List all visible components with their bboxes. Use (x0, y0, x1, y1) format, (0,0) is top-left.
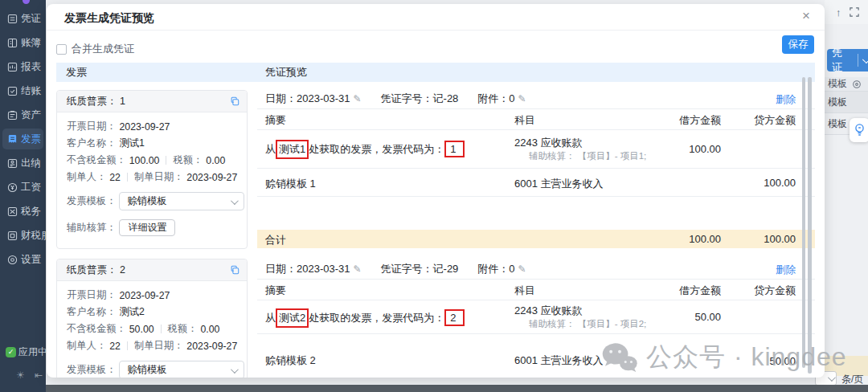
selected-template: 赊销模板 (127, 363, 166, 377)
chevron-down-icon (231, 197, 239, 205)
save-button[interactable]: 保存 (782, 35, 814, 54)
date-label: 日期： (265, 262, 297, 276)
sidebar-item-payroll[interactable]: 工资 (0, 175, 46, 199)
field-label: 发票模板： (67, 363, 116, 377)
aux-accounting-row: 辅助核算： 详细设置 (67, 219, 175, 236)
generate-voucher-button[interactable]: 凭证 (827, 49, 868, 71)
gear-icon[interactable] (852, 80, 862, 89)
voucher-entry-row[interactable]: 赊销模板 1 6001 主营业务收入 100.00 (257, 169, 815, 197)
sidebar-item-ledger[interactable]: 账簿 (0, 31, 46, 55)
sidebar-item-label: 账簿 (21, 36, 41, 50)
delete-voucher-link[interactable]: 删除 (776, 93, 796, 107)
report-icon (7, 62, 18, 72)
invoice-card-header: 纸质普票： 2 (57, 259, 247, 281)
section-header-bar: 发票 凭证预览 (56, 63, 815, 82)
credit-column-header: 贷方金额 (754, 113, 796, 128)
detail-settings-button[interactable]: 详细设置 (119, 219, 175, 236)
edit-attachment-icon[interactable]: ✎ (518, 263, 526, 275)
dialog-title: 发票生成凭证预览 (64, 11, 154, 26)
field-label: 开票日期： (67, 288, 116, 302)
sidebar-item-assets[interactable]: 资产 (0, 103, 46, 127)
sidebar-item-invoice[interactable]: 发票 (0, 127, 46, 151)
voucher-entry-row[interactable]: 从测试1处获取的发票，发票代码为：1 2243 应收账款 辅助核算： 【项目】-… (257, 130, 815, 169)
background-table-header: 模板 (825, 77, 868, 92)
sidebar-item-settings[interactable]: 设置 (0, 247, 46, 272)
close-icon[interactable]: × (802, 9, 810, 22)
voucher-entry-row[interactable]: 从测试2处获取的发票，发票代码为：2 2243 应收账款 辅助核算： 【项目】-… (257, 300, 815, 334)
invoice-template-select[interactable]: 赊销模板 (119, 192, 244, 210)
field-label: 制单日期： (134, 339, 183, 353)
sidebar-item-tax-service[interactable]: 财税服务 (0, 223, 46, 247)
sidebar-item-report[interactable]: 报表 (0, 55, 46, 79)
field-value: 2023-09-27 (186, 341, 237, 352)
invoice-card-2: 纸质普票： 2 开票日期： 2023-09-27 客户名称： 测试2 不含税金额… (56, 259, 248, 378)
sidebar-item-voucher[interactable]: 凭证 (0, 6, 46, 31)
sidebar-item-closing[interactable]: 结账 (0, 79, 46, 103)
divider (127, 173, 128, 182)
annotation-box: 测试1 (276, 140, 309, 159)
preparer-field: 制单人： 22 制单日期： 2023-09-27 (67, 339, 237, 353)
copy-icon[interactable] (230, 265, 240, 275)
tax-icon (7, 206, 18, 217)
sidebar-item-cashier[interactable]: 出纳 (0, 151, 46, 175)
preview-scrollbar[interactable] (802, 77, 805, 368)
divider (127, 341, 128, 350)
field-label: 税额： (173, 153, 203, 167)
entry-summary: 赊销模板 1 (265, 177, 316, 191)
debit-column-header: 借方金额 (679, 284, 721, 298)
field-label: 制单人： (67, 339, 106, 353)
field-label: 税额： (168, 322, 198, 336)
copy-icon[interactable] (230, 96, 240, 106)
background-table-row[interactable]: 模板 (825, 92, 868, 113)
field-value: 50.00 (129, 324, 154, 335)
field-label: 客户名称： (67, 137, 116, 150)
entry-account: 6001 主营业务收入 (514, 177, 604, 191)
sidebar-item-label: 发票 (21, 133, 41, 146)
edit-date-icon[interactable]: ✎ (354, 93, 362, 104)
delete-voucher-link[interactable]: 删除 (776, 263, 796, 277)
attachment-label: 附件： (477, 262, 509, 276)
modal-scrollbar[interactable] (808, 77, 812, 374)
collapse-sidebar-icon[interactable]: ⇤ (35, 370, 43, 381)
invoice-template-select[interactable]: 赊销模板 (119, 361, 244, 378)
fullscreen-icon[interactable] (850, 7, 859, 17)
app-center-item[interactable]: ✓ 应用中心 (0, 345, 46, 359)
amount-tax-field: 不含税金额： 50.00 税额： 0.00 (67, 322, 219, 336)
edit-attachment-icon[interactable]: ✎ (518, 93, 526, 104)
voucher-table-header: 摘要 科目 借方金额 贷方金额 (257, 109, 815, 130)
entry-credit: 100.00 (764, 177, 796, 189)
help-bulb-button[interactable] (850, 118, 868, 142)
field-value: 22 (109, 341, 121, 352)
preparer-field: 制单人： 22 制单日期： 2023-09-27 (67, 170, 237, 184)
invoice-card-header: 纸质普票： 1 (57, 91, 247, 112)
merge-generate-checkbox[interactable] (56, 44, 67, 55)
voucher-date: 2023-03-31 (297, 92, 350, 104)
merge-generate-label: 合并生成凭证 (72, 42, 134, 56)
voucher-icon (7, 14, 18, 24)
field-value: 测试1 (119, 137, 144, 150)
voucher-no: 记-28 (433, 92, 459, 106)
entry-summary: 赊销模板 2 (265, 353, 316, 368)
sidebar-item-label: 工资 (21, 181, 41, 194)
voucher-entry-row[interactable]: 赊销模板 2 6001 主营业务收入 50.00 (257, 334, 815, 378)
date-label: 日期： (265, 92, 297, 106)
theme-icon[interactable]: ☀ (16, 370, 25, 381)
annotation-box: 测试2 (276, 308, 309, 328)
sidebar-item-tax[interactable]: 税务 (0, 199, 46, 223)
scroll-top-icon[interactable]: ↑ (836, 6, 841, 18)
voucher-no-label: 凭证字号： (381, 262, 433, 276)
settings-icon (7, 255, 18, 265)
field-label: 制单人： (67, 170, 106, 184)
voucher-total-row: 合计 100.00 100.00 (257, 230, 815, 248)
tax-service-icon (7, 231, 18, 241)
invoice-type-label: 纸质普票： (67, 95, 117, 108)
divider (47, 30, 825, 31)
field-label: 不含税金额： (67, 153, 126, 167)
lightbulb-icon (854, 123, 866, 137)
customer-field: 客户名称： 测试1 (67, 137, 145, 150)
merge-generate-checkbox-row: 合并生成凭证 (56, 42, 134, 56)
button-divider (858, 54, 858, 67)
edit-date-icon[interactable]: ✎ (354, 263, 362, 275)
chevron-down-icon (862, 55, 868, 63)
voucher-empty-row[interactable] (257, 197, 815, 230)
